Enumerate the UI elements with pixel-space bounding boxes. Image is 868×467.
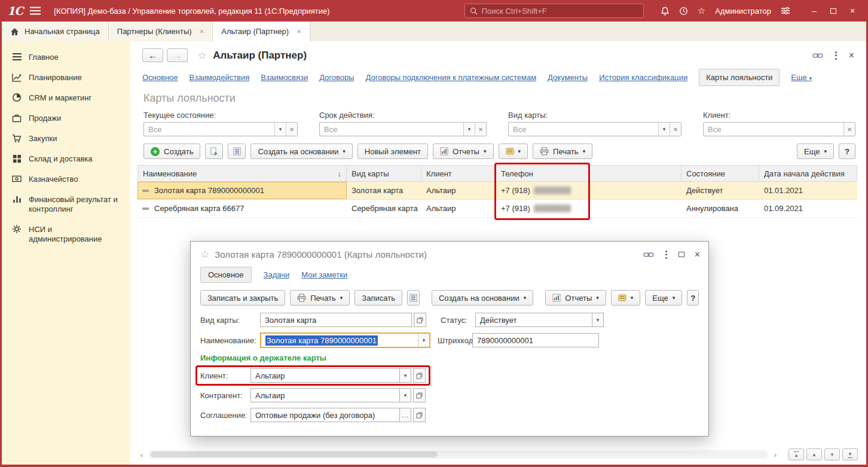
tab-close-icon[interactable]	[200, 27, 204, 36]
table-row-cell-phone[interactable]: +7 (918)	[496, 200, 681, 218]
clear-icon[interactable]: ×	[475, 123, 486, 136]
help-button[interactable]: ?	[839, 144, 855, 159]
sidebar-item-finance[interactable]: Финансовый результат и контроллинг	[2, 190, 130, 219]
barcode-input[interactable]: 7890000000001	[472, 333, 599, 347]
link-icon[interactable]	[812, 53, 823, 59]
sidebar-item-planning[interactable]: Планирование	[2, 68, 130, 88]
table-row-cell-client[interactable]: Альтаир	[421, 182, 496, 200]
agreement-input[interactable]: Оптовые продажи (без договора)	[250, 408, 400, 422]
edit-button[interactable]	[228, 144, 246, 159]
counterparty-input[interactable]: Альтаир	[250, 388, 400, 402]
column-header-phone[interactable]: Телефон	[496, 165, 681, 182]
main-menu-icon[interactable]	[30, 7, 41, 15]
filter-current-state-combo[interactable]: Все ×	[143, 122, 298, 136]
scrollbar-thumb[interactable]	[151, 451, 438, 457]
navlink-documents[interactable]: Документы	[548, 73, 588, 82]
chevron-down-icon[interactable]	[400, 368, 411, 383]
history-icon[interactable]	[679, 7, 688, 16]
chevron-down-icon[interactable]	[658, 123, 670, 136]
table-row-cell-kind[interactable]: Золотая карта	[347, 182, 421, 200]
print-button[interactable]: Печать	[290, 290, 350, 306]
navlink-main[interactable]: Основное	[142, 73, 178, 82]
search-input[interactable]	[482, 7, 638, 16]
table-row-cell-client[interactable]: Альтаир	[421, 200, 496, 218]
filter-client-combo[interactable]: Все ×	[703, 122, 855, 136]
sidebar-item-warehouse[interactable]: Склад и доставка	[2, 149, 130, 169]
close-window-button[interactable]: ×	[844, 4, 861, 18]
client-input[interactable]: Альтаир	[250, 368, 400, 383]
go-to-end-button[interactable]: ▼	[842, 448, 858, 460]
chevron-down-icon[interactable]	[463, 123, 475, 136]
tab-altair-partner[interactable]: Альтаир (Партнер)	[213, 22, 310, 41]
navlink-relations[interactable]: Взаимосвязи	[261, 73, 308, 82]
column-header-name[interactable]: Наименование↓	[137, 165, 347, 182]
back-button[interactable]: ←	[142, 48, 163, 62]
list-settings-button[interactable]	[611, 290, 641, 306]
sidebar-item-admin[interactable]: НСИ и администрирование	[2, 219, 130, 249]
navlink-classification-history[interactable]: История классификации	[599, 73, 687, 82]
sidebar-item-sales[interactable]: Продажи	[2, 108, 130, 129]
table-row-cell-name[interactable]: Серебряная карта 66677	[137, 200, 347, 218]
chevron-down-icon[interactable]	[274, 123, 286, 136]
maximize-button[interactable]	[825, 4, 842, 18]
more-actions-icon[interactable]	[664, 249, 668, 260]
create-based-on-button[interactable]: Создать на основании	[250, 144, 352, 159]
table-row-cell-date[interactable]: 01.09.2021	[759, 200, 857, 218]
chevron-down-icon[interactable]	[400, 388, 411, 402]
horizontal-scrollbar[interactable]	[149, 450, 768, 459]
navlink-interactions[interactable]: Взаимодействия	[190, 73, 250, 82]
current-user[interactable]: Администратор	[715, 7, 771, 16]
forward-button[interactable]: →	[167, 48, 188, 62]
save-button[interactable]: Записать	[354, 290, 402, 306]
save-and-close-button[interactable]: Записать и закрыть	[200, 290, 285, 306]
print-button[interactable]: Печать	[533, 144, 592, 159]
open-icon[interactable]	[413, 368, 426, 383]
chevron-down-icon[interactable]	[592, 313, 604, 327]
panel-settings-icon[interactable]	[781, 7, 790, 15]
more-button[interactable]: Еще	[645, 290, 682, 306]
notifications-bell-icon[interactable]	[661, 7, 670, 16]
sidebar-item-purchases[interactable]: Закупки	[2, 129, 130, 149]
column-header-start-date[interactable]: Дата начала действия	[759, 165, 857, 182]
navlink-payment-contracts[interactable]: Договоры подключения к платежным система…	[366, 73, 537, 82]
dialog-tab-notes[interactable]: Мои заметки	[301, 270, 347, 279]
dialog-tab-tasks[interactable]: Задачи	[264, 270, 290, 279]
sidebar-item-treasury[interactable]: Казначейство	[2, 169, 130, 190]
table-row-cell-kind[interactable]: Серебряная карта	[347, 200, 421, 218]
open-icon[interactable]	[413, 408, 426, 422]
page-up-button[interactable]: ▲	[806, 448, 822, 460]
link-icon[interactable]	[643, 252, 654, 258]
global-search[interactable]	[464, 4, 644, 18]
card-kind-input[interactable]: Золотая карта	[260, 313, 412, 327]
go-to-top-button[interactable]: ▲	[788, 448, 804, 460]
close-dialog-icon[interactable]: ×	[695, 249, 700, 260]
column-header-state[interactable]: Состояние	[681, 165, 759, 182]
close-form-icon[interactable]: ×	[849, 50, 854, 61]
create-button[interactable]: Создать	[143, 144, 200, 159]
favorite-star-icon[interactable]: ☆	[197, 49, 207, 62]
table-row-cell-phone[interactable]: +7 (918)	[496, 182, 681, 200]
reports-button[interactable]: Отчеты	[433, 144, 493, 159]
tab-home[interactable]: Начальная страница	[2, 22, 109, 41]
clear-icon[interactable]: ×	[670, 123, 681, 136]
navlink-loyalty-cards-active[interactable]: Карты лояльности	[699, 69, 780, 86]
list-settings-button[interactable]	[499, 144, 528, 159]
column-header-kind[interactable]: Вид карты	[347, 165, 421, 182]
navlink-more[interactable]: Еще	[791, 73, 812, 82]
open-icon[interactable]	[414, 313, 426, 327]
sidebar-item-crm[interactable]: CRM и маркетинг	[2, 88, 130, 108]
tab-partners[interactable]: Партнеры (Клиенты)	[109, 22, 213, 41]
minimize-button[interactable]: –	[806, 4, 823, 18]
name-input[interactable]: Золотая карта 7890000000001	[261, 334, 418, 347]
sidebar-item-main[interactable]: Главное	[2, 47, 130, 68]
maximize-dialog-icon[interactable]	[678, 250, 684, 259]
help-button[interactable]: ?	[687, 290, 699, 306]
page-down-button[interactable]: ▼	[824, 448, 840, 460]
navlink-contracts[interactable]: Договоры	[319, 73, 354, 82]
more-button[interactable]: Еще	[797, 144, 834, 159]
filter-card-kind-combo[interactable]: Все ×	[508, 122, 681, 136]
more-actions-icon[interactable]	[834, 50, 838, 61]
favorite-star-icon[interactable]: ☆	[200, 248, 209, 261]
ellipsis-choose-icon[interactable]: ...	[400, 408, 411, 422]
scroll-right-icon[interactable]: ›	[771, 450, 780, 459]
